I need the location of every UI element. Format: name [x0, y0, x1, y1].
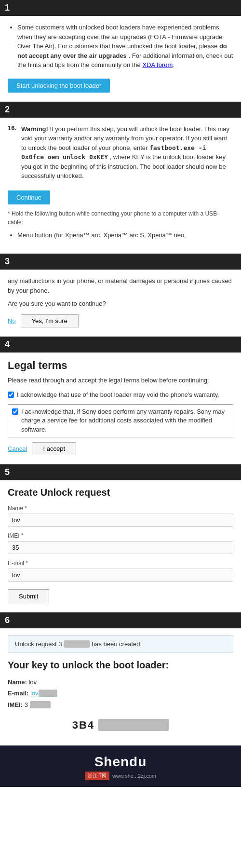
checkbox1[interactable] [8, 392, 14, 398]
section-2-body: 16. Warning! If you perform this step, y… [0, 118, 241, 254]
legal-subtitle: Please read through and accept the legal… [8, 376, 233, 385]
notice-suffix: has been created. [92, 640, 142, 648]
checkbox1-row: I acknowledge that use of the boot loade… [8, 391, 233, 399]
key-name-row: Name: lov [8, 677, 233, 688]
section-4-body: Legal terms Please read through and acce… [0, 353, 241, 464]
step-16-number: 16. [8, 124, 21, 181]
notice-prefix: Unlock request 3 [15, 640, 62, 648]
key-imei-label: IMEI: [8, 701, 23, 708]
section-6-number: 6 [5, 615, 10, 625]
start-unlock-button[interactable]: Start unlocking the boot loader [8, 79, 110, 93]
section-1-body: Some customers with unlocked boot loader… [0, 16, 241, 102]
checkbox2-label: I acknowledge that, if Sony does perform… [21, 407, 229, 434]
key-imei-blurred [30, 701, 51, 708]
section-5-number: 5 [5, 467, 10, 477]
email-input[interactable] [8, 569, 233, 582]
email-group: E-mail * [8, 560, 233, 582]
section-4-number: 4 [5, 339, 10, 350]
section-4: 4 Legal terms Please read through and ac… [0, 337, 241, 464]
unlock-notice: Unlock request 3 has been created. [8, 635, 233, 653]
key-title: Your key to unlock the boot loader: [8, 660, 233, 671]
section-3-header: 3 [0, 254, 241, 270]
fota-warning-text1: Some customers with unlocked boot loader… [17, 24, 222, 50]
footer: Shendu 浙江IT网 www.she...2zj.com [0, 746, 241, 787]
cancel-button[interactable]: Cancel [8, 445, 27, 452]
continue-button[interactable]: Continue [8, 190, 50, 204]
checkbox1-label: I acknowledge that use of the boot loade… [17, 391, 219, 399]
menu-button-note: Menu button (for Xperia™ arc, Xperia™ ar… [17, 231, 233, 240]
key-email-row: E-mail: lov [8, 688, 233, 699]
section-1: 1 Some customers with unlocked boot load… [0, 0, 241, 102]
section-3-number: 3 [5, 257, 10, 267]
section-1-header: 1 [0, 0, 241, 16]
usb-note: * Hold the following button while connec… [8, 209, 233, 227]
key-email-label: E-mail: [8, 690, 28, 697]
imei-input[interactable] [8, 541, 233, 554]
notice-request-id [64, 640, 90, 648]
email-label: E-mail * [8, 560, 233, 567]
key-imei-row: IMEI: 3 [8, 699, 233, 710]
key-imei-value: 3 [25, 701, 28, 708]
step-16-content: Warning! If you perform this step, you w… [21, 124, 231, 181]
key-name-label: Name: [8, 678, 27, 686]
section-3-body: any malfunctions in your phone, or mater… [0, 270, 241, 337]
name-label: Name * [8, 505, 233, 512]
key-email-value[interactable]: lov [30, 690, 57, 697]
name-input[interactable] [8, 514, 233, 527]
section-5-body: Create Unlock request Name * IMEI * E-ma… [0, 480, 241, 612]
accept-button[interactable]: I accept [32, 442, 76, 455]
footer-badge: 浙江IT网 [85, 772, 109, 780]
no-button[interactable]: No [8, 317, 16, 325]
injury-warning: any malfunctions in your phone, or mater… [8, 276, 233, 295]
key-info: Name: lov E-mail: lov IMEI: 3 [8, 677, 233, 710]
legal-title: Legal terms [8, 359, 233, 372]
footer-sub: 浙江IT网 www.she...2zj.com [5, 772, 236, 780]
imei-label: IMEI * [8, 532, 233, 539]
confirm-question: Are you sure you want to continue? [8, 299, 233, 309]
section-6: 6 Unlock request 3 has been created. You… [0, 612, 241, 746]
legal-buttons: Cancel I accept [8, 442, 233, 455]
name-group: Name * [8, 505, 233, 527]
section-5-header: 5 [0, 464, 241, 480]
confirm-buttons: No Yes, I'm sure [8, 314, 233, 327]
footer-logo: Shendu [5, 754, 236, 770]
xda-link[interactable]: XDA forum [142, 61, 173, 68]
section-4-header: 4 [0, 337, 241, 353]
imei-group: IMEI * [8, 532, 233, 554]
section-5: 5 Create Unlock request Name * IMEI * E-… [0, 464, 241, 612]
section-2: 2 16. Warning! If you perform this step,… [0, 102, 241, 254]
submit-button[interactable]: Submit [8, 589, 49, 603]
key-code-display: 3B4 [8, 719, 233, 732]
section-6-body: Unlock request 3 has been created. Your … [0, 628, 241, 746]
warning-label: Warning! [21, 125, 48, 133]
checkbox2[interactable] [12, 408, 18, 415]
section-6-header: 6 [0, 612, 241, 628]
key-email-text: lov [30, 690, 39, 697]
yes-button[interactable]: Yes, I'm sure [21, 314, 79, 327]
section-1-number: 1 [5, 3, 10, 13]
fota-warning: Some customers with unlocked boot loader… [17, 23, 233, 70]
form-title: Create Unlock request [8, 487, 233, 498]
section-2-header: 2 [0, 102, 241, 118]
section-3: 3 any malfunctions in your phone, or mat… [0, 254, 241, 337]
checkbox2-row: I acknowledge that, if Sony does perform… [8, 404, 233, 437]
key-name-value: lov [28, 678, 37, 686]
footer-site: www.she...2zj.com [112, 773, 156, 779]
section-2-number: 2 [5, 105, 10, 115]
